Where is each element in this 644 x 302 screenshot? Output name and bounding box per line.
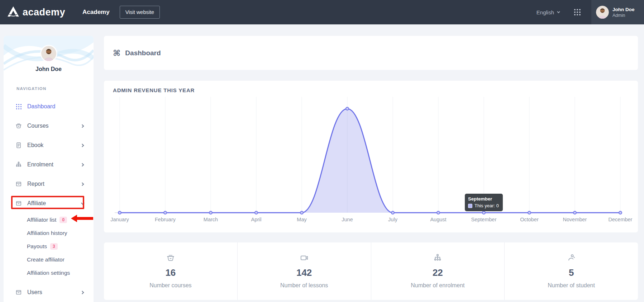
student-icon (567, 253, 576, 263)
tooltip-value: This year: 0 (474, 203, 499, 208)
stat-card-students: 5 Number of student (504, 242, 638, 300)
user-avatar (596, 6, 609, 19)
language-label: English (536, 9, 554, 15)
sidebar-item-dashboard[interactable]: Dashboard (4, 97, 94, 116)
subitem-label: Payouts (27, 243, 47, 250)
chevron-right-icon (81, 124, 84, 128)
page-header-card: ⌘ Dashboard (104, 36, 638, 70)
basket-icon (166, 253, 175, 263)
logo-a-icon (7, 6, 19, 18)
chevron-right-icon (81, 163, 84, 166)
stat-card-lessons: 142 Number of lessons (237, 242, 371, 300)
sidebar-subitem-affiliation-settings[interactable]: Affiliation settings (4, 266, 94, 279)
user-menu[interactable]: John Doe Admin (591, 0, 644, 24)
revenue-area-chart[interactable]: JanuaryFebruaryMarchAprilMayJuneJulyAugu… (104, 81, 638, 232)
subitem-label: Affiliation history (27, 230, 67, 236)
sidebar-item-affiliate[interactable]: Affiliate (4, 194, 94, 213)
language-dropdown[interactable]: English (536, 9, 559, 15)
apps-grid-icon[interactable] (573, 8, 581, 16)
video-icon (300, 253, 309, 263)
site-name: Academy (82, 9, 110, 16)
sidebar-subitem-affiliation-history[interactable]: Affiliation history (4, 226, 94, 240)
chevron-down-icon (557, 10, 560, 13)
chevron-down-icon (81, 201, 85, 205)
svg-text:April: April (251, 217, 261, 222)
command-icon: ⌘ (113, 48, 120, 58)
svg-text:January: January (110, 217, 129, 222)
sidebar-item-report[interactable]: Report (4, 174, 94, 194)
svg-text:February: February (155, 217, 176, 222)
subitem-label: Create affiliator (27, 256, 65, 263)
sidebar-subitem-create-affiliator[interactable]: Create affiliator (4, 253, 94, 266)
stat-card-courses: 16 Number courses (104, 242, 237, 300)
stat-label: Number of student (505, 282, 638, 289)
svg-text:August: August (430, 217, 446, 222)
sitemap-icon (433, 253, 442, 263)
stat-label: Number courses (104, 282, 237, 289)
stats-row: 16 Number courses 142 Number of lessons … (104, 242, 638, 300)
user-role: Admin (612, 13, 635, 18)
profile-name: John Doe (4, 66, 94, 72)
svg-text:May: May (297, 217, 307, 222)
sidebar-item-label: Dashboard (27, 103, 55, 110)
sidebar-subitem-payouts[interactable]: Payouts 3 (4, 240, 94, 253)
stat-label: Number of lessons (238, 282, 371, 289)
stat-value: 16 (104, 267, 237, 278)
sidebar: John Doe NAVIGATION Dashboard Courses (4, 36, 94, 302)
logo[interactable]: academy (7, 6, 65, 18)
sidebar-subitem-affiliator-list[interactable]: Affliliator list 0 (4, 213, 94, 226)
svg-text:July: July (388, 217, 398, 222)
sidebar-item-label: Users (27, 289, 42, 296)
stat-value: 142 (238, 267, 371, 278)
grid-dots-icon (15, 103, 22, 110)
stat-label: Number of enrolment (371, 282, 505, 289)
archive-icon (15, 200, 22, 207)
basket-icon (15, 122, 22, 129)
chevron-right-icon (81, 291, 84, 294)
top-navbar: academy Academy Visit website English (0, 0, 644, 24)
count-badge: 0 (59, 217, 67, 223)
nav-section-label: NAVIGATION (16, 86, 47, 91)
sidebar-item-label: Ebook (27, 142, 43, 148)
svg-text:October: October (520, 217, 539, 222)
chart-tooltip: September This year: 0 (465, 194, 503, 211)
page-title: Dashboard (125, 49, 161, 57)
subitem-label: Affiliation settings (27, 270, 70, 276)
logo-text: academy (23, 7, 65, 18)
sitemap-icon (15, 161, 22, 168)
sidebar-item-ebook[interactable]: Ebook (4, 136, 94, 155)
profile-avatar (41, 46, 56, 61)
ebook-icon (15, 142, 22, 149)
svg-text:March: March (204, 217, 218, 222)
tooltip-series-swatch (468, 204, 472, 208)
sidebar-item-label: Enrolment (27, 161, 53, 168)
chevron-right-icon (81, 143, 84, 147)
revenue-chart-card: ADMIN REVENUE THIS YEAR JanuaryFebruaryM… (104, 81, 638, 232)
subitem-label: Affliliator list (27, 217, 56, 223)
stat-card-enrolment: 22 Number of enrolment (371, 242, 505, 300)
archive-icon (15, 180, 22, 188)
svg-text:December: December (609, 217, 633, 222)
sidebar-item-courses[interactable]: Courses (4, 116, 94, 136)
sidebar-item-label: Report (27, 181, 44, 187)
count-badge: 3 (50, 243, 58, 250)
stat-value: 5 (505, 267, 638, 278)
archive-icon (15, 289, 22, 296)
svg-text:September: September (471, 217, 497, 222)
tooltip-title: September (468, 196, 499, 202)
svg-text:November: November (563, 217, 587, 222)
sidebar-item-users[interactable]: Users (4, 283, 94, 302)
svg-text:June: June (342, 217, 353, 222)
visit-website-button[interactable]: Visit website (120, 6, 160, 19)
chevron-right-icon (81, 182, 84, 186)
stat-value: 22 (371, 267, 505, 278)
sidebar-item-enrolment[interactable]: Enrolment (4, 155, 94, 174)
sidebar-item-label: Courses (27, 123, 49, 129)
sidebar-item-label: Affiliate (27, 200, 46, 207)
user-name: John Doe (612, 7, 635, 12)
